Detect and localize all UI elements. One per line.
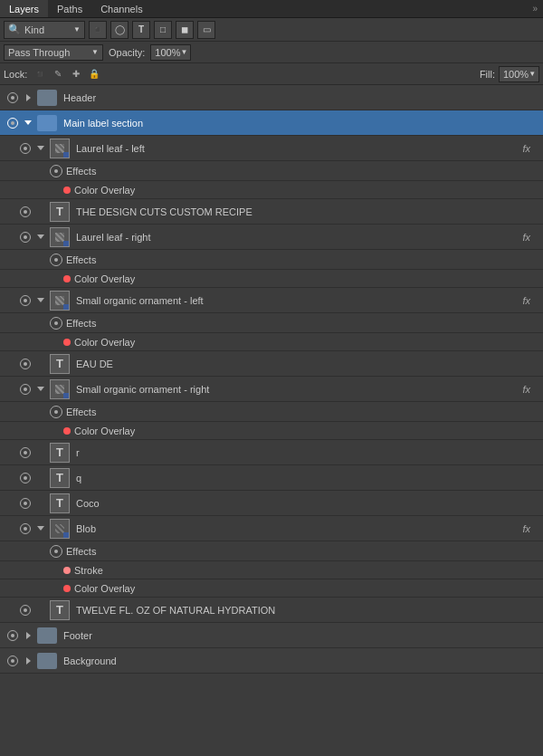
layer-name: THE DESIGN CUTS CUSTOM RECIPE bbox=[76, 206, 543, 217]
visibility-toggle[interactable] bbox=[16, 523, 34, 534]
layer-row[interactable]: Blob fx bbox=[0, 516, 543, 541]
text-type-icon[interactable]: T bbox=[132, 21, 150, 39]
color-overlay-icon bbox=[63, 339, 71, 346]
shape-type-icon[interactable]: □ bbox=[154, 21, 172, 39]
expand-arrow[interactable] bbox=[22, 120, 34, 125]
layer-name: EAU DE bbox=[76, 359, 543, 369]
visibility-toggle[interactable] bbox=[16, 384, 34, 395]
layer-thumbnail: T bbox=[47, 443, 72, 463]
color-overlay-row[interactable]: Color Overlay bbox=[0, 579, 543, 598]
layer-row[interactable]: Laurel leaf - left fx bbox=[0, 136, 543, 161]
blend-row: Pass Through ▼ Opacity: 100% ▼ bbox=[0, 42, 543, 63]
effects-visibility[interactable] bbox=[50, 165, 62, 177]
lock-position-icon[interactable]: ✚ bbox=[69, 67, 83, 81]
expand-arrow[interactable] bbox=[34, 387, 47, 391]
color-overlay-icon bbox=[63, 427, 71, 435]
color-overlay-row[interactable]: Color Overlay bbox=[0, 333, 543, 351]
smart-object-icon bbox=[50, 519, 70, 539]
visibility-toggle[interactable] bbox=[16, 473, 34, 483]
effects-row[interactable]: Effects bbox=[0, 250, 543, 270]
folder-icon bbox=[37, 115, 57, 131]
layer-thumbnail bbox=[34, 626, 60, 646]
layer-row[interactable]: T r bbox=[0, 440, 543, 465]
camera-type-icon[interactable]: ◼ bbox=[176, 21, 194, 39]
layer-row[interactable]: T EAU DE bbox=[0, 351, 543, 377]
visibility-toggle[interactable] bbox=[4, 118, 22, 129]
effects-row[interactable]: Effects bbox=[0, 402, 543, 422]
kind-dropdown[interactable]: 🔍 Kind ▼ bbox=[4, 21, 85, 39]
visibility-toggle[interactable] bbox=[16, 232, 34, 243]
color-overlay-row[interactable]: Color Overlay bbox=[0, 422, 543, 440]
tab-paths[interactable]: Paths bbox=[48, 0, 91, 17]
layer-row[interactable]: T q bbox=[0, 465, 543, 491]
visibility-toggle[interactable] bbox=[4, 92, 22, 103]
text-layer-icon: T bbox=[50, 354, 70, 374]
filter-type-icon[interactable]: ◾ bbox=[89, 21, 107, 39]
layer-row[interactable]: Footer bbox=[0, 623, 543, 648]
visibility-toggle[interactable] bbox=[16, 143, 34, 154]
effects-row[interactable]: Effects bbox=[0, 541, 543, 561]
layer-row[interactable]: Background bbox=[0, 648, 543, 674]
blend-mode-dropdown[interactable]: Pass Through ▼ bbox=[4, 44, 103, 61]
expand-arrow[interactable] bbox=[34, 298, 47, 302]
effects-label: Effects bbox=[66, 318, 96, 329]
layer-name: Laurel leaf - left bbox=[76, 143, 522, 154]
visibility-toggle[interactable] bbox=[16, 206, 34, 217]
blend-mode-value: Pass Through bbox=[8, 47, 70, 58]
layer-row[interactable]: T Coco bbox=[0, 491, 543, 516]
effects-visibility[interactable] bbox=[50, 254, 62, 266]
visibility-toggle[interactable] bbox=[4, 656, 22, 666]
expand-arrow[interactable] bbox=[34, 146, 47, 150]
text-layer-icon: T bbox=[50, 443, 70, 463]
visibility-toggle[interactable] bbox=[16, 447, 34, 458]
tab-bar: Layers Paths Channels » bbox=[0, 0, 543, 18]
fx-badge: fx bbox=[522, 295, 536, 306]
visibility-toggle[interactable] bbox=[16, 498, 34, 509]
expand-arrow[interactable] bbox=[34, 526, 47, 531]
layer-row[interactable]: Header bbox=[0, 85, 543, 110]
color-overlay-row[interactable]: Color Overlay bbox=[0, 181, 543, 199]
visibility-toggle[interactable] bbox=[4, 630, 22, 641]
layer-name: TWELVE FL. OZ OF NATURAL HYDRATION bbox=[76, 605, 543, 616]
lock-row: Lock: ◾ ✎ ✚ 🔒 Fill: 100% ▼ bbox=[0, 63, 543, 85]
color-overlay-label: Color Overlay bbox=[74, 583, 135, 594]
effects-visibility[interactable] bbox=[50, 545, 62, 558]
expand-arrow[interactable] bbox=[22, 632, 34, 639]
layer-row[interactable]: T THE DESIGN CUTS CUSTOM RECIPE bbox=[0, 199, 543, 225]
color-overlay-row[interactable]: Color Overlay bbox=[0, 270, 543, 288]
visibility-toggle[interactable] bbox=[16, 295, 34, 306]
layer-row[interactable]: T TWELVE FL. OZ OF NATURAL HYDRATION bbox=[0, 598, 543, 623]
visibility-toggle[interactable] bbox=[16, 605, 34, 616]
layer-row[interactable]: Laurel leaf - right fx bbox=[0, 225, 543, 250]
smart-object-icon bbox=[50, 379, 70, 399]
layer-row[interactable]: Main label section bbox=[0, 110, 543, 136]
smart-object-icon bbox=[50, 291, 70, 311]
effects-visibility[interactable] bbox=[50, 317, 62, 330]
expand-arrow[interactable] bbox=[34, 234, 47, 239]
tab-channels[interactable]: Channels bbox=[91, 0, 151, 17]
expand-arrow[interactable] bbox=[22, 94, 34, 101]
expand-arrow[interactable] bbox=[22, 657, 34, 665]
layer-row[interactable]: Small organic ornament - left fx bbox=[0, 288, 543, 313]
fill-input[interactable]: 100% ▼ bbox=[499, 66, 539, 82]
lock-all-icon[interactable]: 🔒 bbox=[87, 67, 101, 81]
effects-visibility[interactable] bbox=[50, 406, 62, 418]
opacity-input[interactable]: 100% ▼ bbox=[150, 44, 191, 61]
layer-name: Laurel leaf - right bbox=[76, 232, 522, 243]
effects-row[interactable]: Effects bbox=[0, 313, 543, 333]
layer-name: Main label section bbox=[63, 118, 543, 129]
rect-type-icon[interactable]: ▭ bbox=[197, 21, 215, 39]
layer-row[interactable]: Small organic ornament - right fx bbox=[0, 377, 543, 402]
effects-row[interactable]: Effects bbox=[0, 161, 543, 181]
visibility-toggle[interactable] bbox=[16, 359, 34, 369]
smart-object-icon bbox=[50, 139, 70, 158]
stroke-row[interactable]: Stroke bbox=[0, 561, 543, 579]
circle-icon[interactable]: ◯ bbox=[110, 21, 129, 39]
layer-thumbnail bbox=[47, 227, 72, 247]
tab-layers[interactable]: Layers bbox=[0, 0, 48, 17]
lock-image-icon[interactable]: ✎ bbox=[51, 67, 65, 81]
lock-pixels-icon[interactable]: ◾ bbox=[33, 67, 47, 81]
tab-overflow-icon[interactable]: » bbox=[532, 4, 543, 14]
layer-name: Footer bbox=[63, 630, 543, 641]
fx-badge: fx bbox=[522, 143, 536, 154]
